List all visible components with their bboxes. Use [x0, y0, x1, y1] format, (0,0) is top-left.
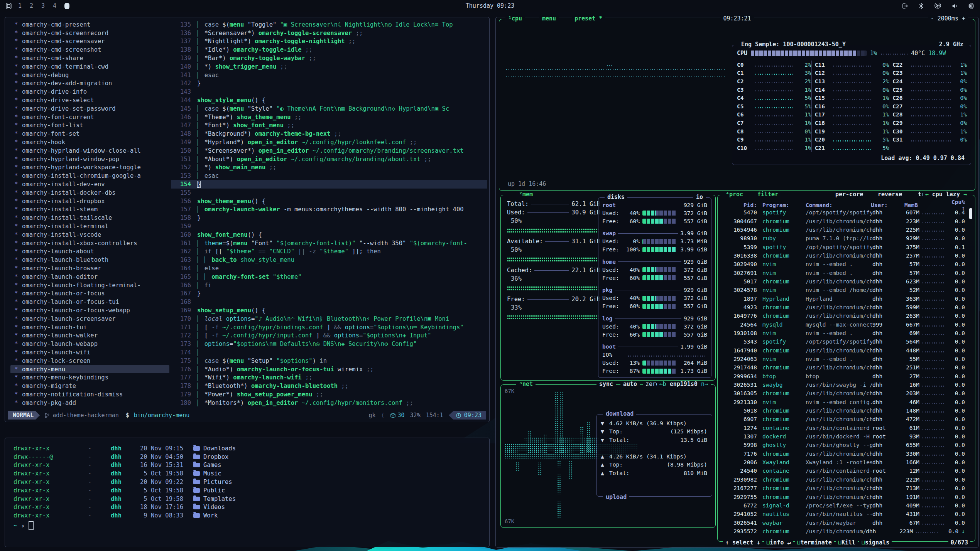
- file-item[interactable]: *omarchy-migrate: [10, 382, 169, 390]
- proc-row[interactable]: 3029490nvimnvim --embed .dhh57M0.0: [721, 260, 965, 268]
- proc-row[interactable]: 2941052nautilus/usr/bin/nautilus --gapdh…: [721, 510, 965, 518]
- code-line[interactable]: 166▏ fi: [171, 281, 487, 290]
- file-item[interactable]: *omarchy-launch-about: [10, 248, 169, 256]
- volume-icon[interactable]: [951, 3, 958, 9]
- clock[interactable]: Thursday 09:23: [466, 2, 514, 9]
- file-item[interactable]: *omarchy-debug: [10, 71, 169, 79]
- bluetooth-icon[interactable]: [918, 3, 924, 9]
- filter-tab[interactable]: filter: [755, 191, 781, 198]
- file-item[interactable]: *omarchy-drive-info: [10, 88, 169, 96]
- reverse-tab[interactable]: reverse: [875, 191, 905, 198]
- file-item[interactable]: *omarchy-launch-bluetooth: [10, 256, 169, 264]
- proc-row[interactable]: 1930108nvimnvim --embed .dhh69M0.0: [721, 329, 965, 337]
- info-key[interactable]: ⊔info ↵: [764, 539, 793, 546]
- code-line[interactable]: 159: [171, 222, 487, 231]
- code-line[interactable]: 173▏ options="$options\n▤ Defaults\n◎ DN…: [171, 340, 487, 348]
- interval-control[interactable]: - 2000ms +: [928, 15, 968, 22]
- file-item[interactable]: *omarchy-notification-dismiss: [10, 390, 169, 399]
- proc-row[interactable]: 1654946chromium/usr/lib/chromium/chromdh…: [721, 226, 965, 234]
- proc-row[interactable]: 2929755chromium/usr/lib/chromium/chromdh…: [721, 492, 965, 501]
- code-line[interactable]: 148▏ *Background*) omarchy-theme-bg-next…: [171, 130, 487, 138]
- menu-button[interactable]: menu: [539, 15, 559, 22]
- process-list[interactable]: 5470spotify/opt/spotify/spotify --dhh607…: [721, 208, 965, 538]
- file-item[interactable]: *omarchy-font-current: [10, 113, 169, 121]
- proc-row[interactable]: 7176chromium/usr/lib/chromium/chromdhh33…: [721, 450, 965, 458]
- terminate-key[interactable]: ⊔terminate: [795, 539, 834, 546]
- code-line[interactable]: 177▏ *Wifi*) omarchy-launch-wifi ;;: [171, 373, 487, 382]
- proc-row[interactable]: 3016305chromium/usr/lib/chromium/chromdh…: [721, 389, 965, 398]
- proc-row[interactable]: 2999634btopbtopdhh27M0.0: [721, 372, 965, 381]
- proc-row[interactable]: 3004667chromium/usr/lib/chromium/chromdh…: [721, 217, 965, 225]
- file-item[interactable]: *omarchy-cmd-screenshot: [10, 45, 169, 54]
- proc-scrollbar[interactable]: [969, 208, 972, 219]
- workspace-1[interactable]: 1: [18, 2, 22, 9]
- code-line[interactable]: 163▏ ▏ back_to show_style_menu: [171, 256, 487, 264]
- proc-row[interactable]: 2921330nvimnvim --embed config.jsodhh46M…: [721, 398, 965, 406]
- chip-icon[interactable]: [968, 3, 975, 9]
- code-line[interactable]: 165▏ ▏ omarchy-font-set "$theme": [171, 273, 487, 281]
- disks-tab[interactable]: disks: [605, 194, 627, 201]
- code-line[interactable]: 169show_setup_menu() {: [171, 306, 487, 315]
- file-item[interactable]: *omarchy-install-xbox-controllers: [10, 239, 169, 248]
- proc-row[interactable]: 98930rubypuma 7.1.0 (tcp://localdhh929M0…: [721, 234, 965, 243]
- proc-row[interactable]: 1307dockerd/usr/bin/dockerd -H fd:root93…: [721, 432, 965, 441]
- proc-row[interactable]: 3026531swaybg/usr/bin/swaybg -i /homdhh1…: [721, 381, 965, 389]
- code-line[interactable]: 137▏ *Nightlight*) omarchy-toggle-nightl…: [171, 37, 487, 46]
- code-line[interactable]: 175▏ case $(menu "Setup" "$options") in: [171, 357, 487, 365]
- code-line[interactable]: 142}: [171, 79, 487, 88]
- code-line[interactable]: 174▏: [171, 348, 487, 357]
- window-icon[interactable]: [5, 3, 12, 9]
- file-item[interactable]: *omarchy-font-set: [10, 130, 169, 138]
- code-area[interactable]: 135▏ case $(menu "Toggle" "▣ Screensaver…: [171, 20, 487, 407]
- file-item[interactable]: *omarchy-install-chromium-google-a: [10, 172, 169, 180]
- file-item[interactable]: *omarchy-launch-tui: [10, 323, 169, 332]
- code-line[interactable]: 156show_theme_menu() {: [171, 197, 487, 206]
- proc-box-title[interactable]: ⁴proc: [723, 191, 746, 198]
- select-keys[interactable]: ↑ select ↓: [723, 539, 762, 546]
- net-box-title[interactable]: ³net: [516, 381, 536, 388]
- file-item[interactable]: *omarchy-drive-set-password: [10, 104, 169, 113]
- kill-key[interactable]: ⊔Kill: [836, 539, 858, 546]
- file-item[interactable]: *omarchy-launch-or-focus-webapp: [10, 306, 169, 315]
- file-item[interactable]: *omarchy-launch-walker: [10, 331, 169, 340]
- file-item[interactable]: *omarchy-launch-or-focus-tui: [10, 298, 169, 306]
- proc-row[interactable]: 3026541waybar/usr/bin/waybardhh67M0.0: [721, 518, 965, 527]
- code-line[interactable]: 136▏ *Screensaver*) omarchy-toggle-scree…: [171, 29, 487, 37]
- proc-row[interactable]: 2924063nvimnvim --embed .dhh55M0.0: [721, 355, 965, 363]
- code-line[interactable]: 178▏ *Bluetooth*) omarchy-launch-bluetoo…: [171, 382, 487, 390]
- file-item[interactable]: *omarchy-install-docker-dbs: [10, 189, 169, 197]
- file-item[interactable]: *omarchy-drive-select: [10, 96, 169, 104]
- signals-key[interactable]: ⊔signals: [859, 539, 892, 546]
- proc-row[interactable]: 3027691nvimnvim --embed .dhh57M0.0: [721, 268, 965, 277]
- code-line[interactable]: 168: [171, 298, 487, 306]
- file-item[interactable]: *omarchy-hyprland-window-close-all: [10, 147, 169, 155]
- code-line[interactable]: 147▏ *Font*) show_font_menu ;;: [171, 121, 487, 130]
- code-line[interactable]: 155: [171, 189, 487, 197]
- file-item[interactable]: *omarchy-launch-editor: [10, 273, 169, 281]
- file-item[interactable]: *omarchy-hyprland-workspace-toggle: [10, 163, 169, 172]
- code-line[interactable]: 138▏ *Idle*) omarchy-toggle-idle ;;: [171, 45, 487, 54]
- code-line[interactable]: 162▏ if [[ "$theme" == "CNCLD" || -z "$t…: [171, 248, 487, 256]
- git-branch[interactable]: add-theme-hackerman: [44, 412, 119, 419]
- code-line[interactable]: 135▏ case $(menu "Toggle" "▣ Screensaver…: [171, 20, 487, 29]
- net-tab-sync[interactable]: sync: [596, 381, 616, 388]
- code-line[interactable]: 167}: [171, 290, 487, 298]
- proc-row[interactable]: 5998ghostty/usr/bin/ghostty --gtk-dhh655…: [721, 441, 965, 449]
- code-line[interactable]: 143: [171, 88, 487, 96]
- file-item[interactable]: *omarchy-cmd-screenrecord: [10, 29, 169, 37]
- file-item[interactable]: *omarchy-launch-screensaver: [10, 315, 169, 323]
- code-line[interactable]: 146▏ *Theme*) show_theme_menu ;;: [171, 113, 487, 121]
- hotspot-icon[interactable]: [934, 3, 941, 9]
- file-item[interactable]: *omarchy-install-tailscale: [10, 214, 169, 222]
- workspace-3[interactable]: 3: [41, 2, 45, 9]
- code-line[interactable]: 150▏ *Screensaver*) open_in_editor ~/.co…: [171, 147, 487, 155]
- proc-row[interactable]: 6772signal-d/proc/self/exe --type=rdhh40…: [721, 501, 965, 510]
- code-line[interactable]: 157▏ omarchy-launch-walker -m menus:omar…: [171, 206, 487, 214]
- proc-row[interactable]: 4923chromium/usr/lib/chromium/chromdhh59…: [721, 303, 965, 312]
- code-line[interactable]: 170▏ local options="♪ Audio\n◠ Wifi\nᛒ B…: [171, 315, 487, 323]
- shell-prompt[interactable]: ~ ›: [14, 521, 34, 530]
- code-line[interactable]: 145▏ case $(menu "Style" "◐ Theme\nA Fon…: [171, 104, 487, 113]
- net-interface[interactable]: ←b enp191s0 n→: [657, 381, 711, 388]
- proc-row[interactable]: 24564mysqldmysqld --max-connection999667…: [721, 320, 965, 329]
- code-line[interactable]: 171▏ [ -f ~/.config/hypr/bindings.conf ]…: [171, 323, 487, 332]
